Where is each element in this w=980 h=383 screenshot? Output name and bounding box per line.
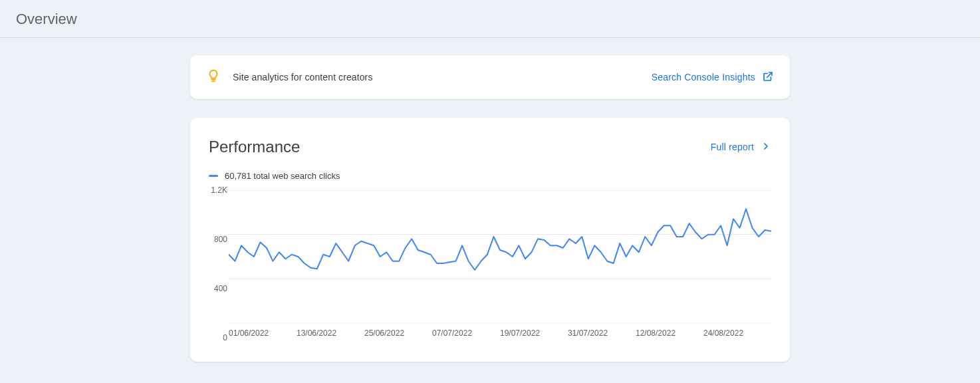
chevron-right-icon — [761, 141, 771, 154]
insight-text: Site analytics for content creators — [233, 72, 373, 82]
legend-swatch — [209, 175, 218, 177]
search-console-insights-link[interactable]: Search Console Insights — [652, 70, 774, 84]
y-tick: 1.2K — [211, 186, 227, 195]
full-report-label: Full report — [711, 142, 754, 152]
series-line — [229, 209, 771, 270]
chart-legend: 60,781 total web search clicks — [209, 171, 771, 181]
x-tick: 12/08/2022 — [636, 328, 703, 338]
x-tick: 19/07/2022 — [500, 328, 568, 338]
insight-left: Site analytics for content creators — [206, 68, 373, 86]
lightbulb-icon — [206, 68, 221, 86]
gridlines — [229, 190, 771, 323]
x-tick: 01/06/2022 — [229, 328, 297, 338]
open-in-new-icon — [762, 70, 774, 84]
performance-title: Performance — [209, 138, 300, 156]
x-tick: 31/07/2022 — [568, 328, 636, 338]
y-tick: 400 — [214, 284, 227, 293]
performance-card: Performance Full report 60,781 total web… — [190, 118, 790, 362]
content: Site analytics for content creators Sear… — [0, 38, 980, 378]
performance-chart: 1.2K 800 400 0 — [209, 190, 771, 338]
insights-card: Site analytics for content creators Sear… — [190, 55, 790, 99]
x-axis-labels: 01/06/2022 13/06/2022 25/06/2022 07/07/2… — [229, 328, 771, 338]
x-tick: 24/08/2022 — [703, 328, 771, 338]
y-tick: 0 — [223, 333, 227, 342]
insight-link-label: Search Console Insights — [652, 72, 755, 82]
full-report-link[interactable]: Full report — [711, 141, 771, 154]
x-tick: 25/06/2022 — [364, 328, 432, 338]
x-tick: 13/06/2022 — [297, 328, 364, 338]
page-title: Overview — [0, 0, 980, 38]
x-tick: 07/07/2022 — [432, 328, 500, 338]
y-tick: 800 — [214, 235, 227, 244]
legend-label: 60,781 total web search clicks — [225, 171, 340, 181]
chart-plot — [229, 190, 771, 323]
y-axis-labels: 1.2K 800 400 0 — [205, 190, 227, 338]
performance-header: Performance Full report — [209, 138, 771, 156]
content-column: Site analytics for content creators Sear… — [190, 55, 790, 362]
